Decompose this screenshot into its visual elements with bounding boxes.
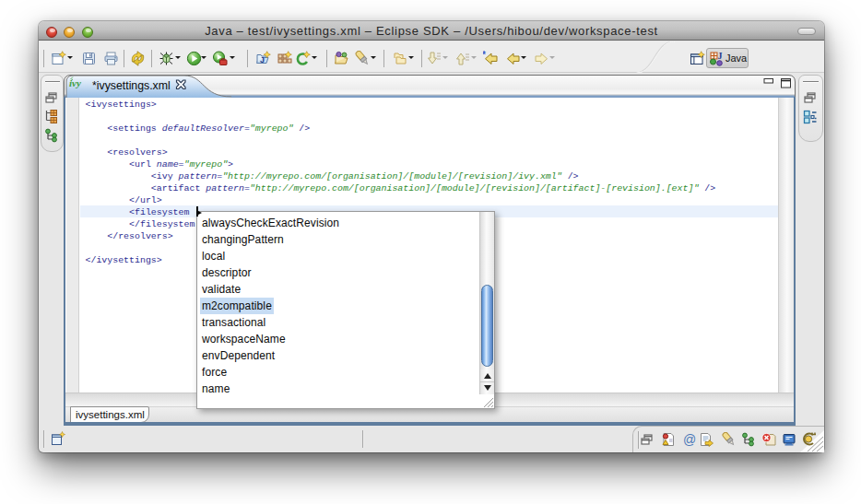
svg-text:*ivysettings.xml: *ivysettings.xml [92,79,171,92]
svg-text:J: J [260,55,265,64]
svg-text:J: J [718,51,723,61]
svg-text:@: @ [683,432,696,447]
